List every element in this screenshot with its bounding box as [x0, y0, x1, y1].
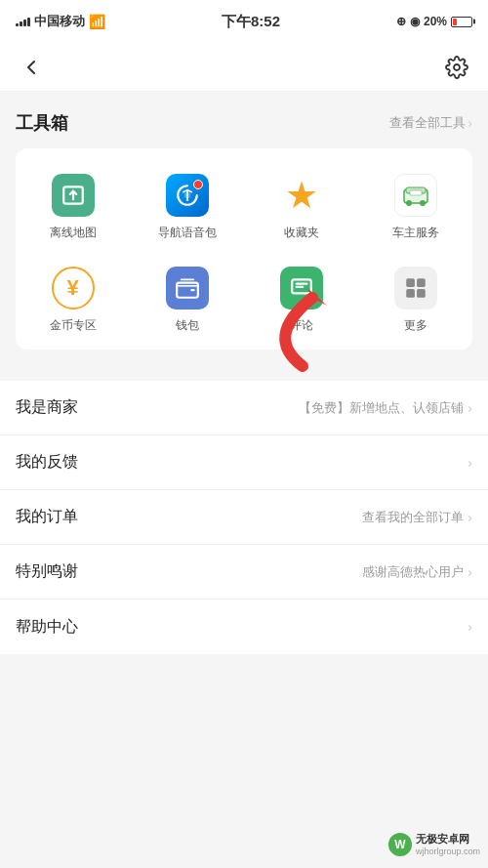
tool-offline-map[interactable]: 离线地图 [16, 164, 130, 249]
battery-label: 20% [424, 15, 447, 28]
car-service-icon [394, 174, 437, 217]
more-icon [394, 267, 437, 310]
gold-zone-icon: ¥ [52, 267, 95, 310]
help-arrow: › [468, 619, 472, 635]
tool-car-service[interactable]: 车主服务 [358, 164, 472, 249]
thanks-label: 特别鸣谢 [16, 561, 78, 582]
tool-wallet[interactable]: 钱包 [130, 257, 244, 342]
gold-zone-icon-wrap: ¥ [50, 265, 97, 311]
wallet-icon [166, 267, 209, 310]
favorites-icon-wrap: ★ [278, 172, 325, 219]
orders-label: 我的订单 [16, 507, 78, 527]
svg-point-0 [454, 64, 460, 70]
comment-icon-wrap [278, 265, 325, 311]
menu-item-merchant[interactable]: 我是商家 【免费】新增地点、认领店铺 › [0, 381, 488, 435]
svg-rect-7 [410, 190, 422, 195]
orders-right: 查看我的全部订单 › [362, 509, 472, 526]
thanks-right: 感谢高德热心用户 › [362, 563, 472, 581]
location-icon: ⊕ [396, 15, 406, 28]
car-service-icon-wrap [392, 172, 439, 219]
orders-subtext: 查看我的全部订单 [362, 509, 464, 526]
offline-map-icon [52, 174, 95, 217]
back-button[interactable] [16, 52, 47, 83]
svg-rect-11 [417, 278, 426, 287]
nav-voice-icon [166, 174, 209, 217]
tool-favorites[interactable]: ★ 收藏夹 [244, 164, 358, 249]
toolbox-header: 工具箱 查看全部工具 › [16, 111, 472, 135]
comment-label: 评论 [290, 317, 313, 334]
menu-list: 我是商家 【免费】新增地点、认领店铺 › 我的反馈 › 我的订单 查看我的全部订… [0, 381, 488, 654]
nav-voice-label: 导航语音包 [158, 225, 217, 241]
settings-button[interactable] [441, 52, 472, 83]
more-label: 更多 [404, 317, 427, 334]
battery-icon [451, 17, 472, 27]
watermark: W 无极安卓网 wjhorlgroup.com [388, 832, 480, 856]
thanks-arrow: › [468, 564, 472, 580]
toolbox-title: 工具箱 [16, 111, 68, 135]
tool-nav-voice[interactable]: 导航语音包 [130, 164, 244, 249]
toolbox-card: 离线地图 导航语音包 [16, 148, 472, 350]
svg-rect-12 [406, 289, 415, 298]
wallet-icon-wrap [164, 265, 211, 311]
offline-map-label: 离线地图 [50, 225, 97, 241]
feedback-arrow: › [468, 455, 472, 471]
main-content: 工具箱 查看全部工具 › 离线地图 [0, 92, 488, 381]
view-all-link[interactable]: 查看全部工具 › [389, 114, 472, 132]
more-icon-wrap [392, 265, 439, 311]
wallet-label: 钱包 [176, 317, 199, 334]
wifi-icon: 📶 [89, 14, 105, 29]
comment-icon [280, 267, 323, 310]
favorites-star-icon: ★ [285, 174, 318, 217]
watermark-text: 无极安卓网 wjhorlgroup.com [416, 832, 480, 856]
menu-item-feedback[interactable]: 我的反馈 › [0, 435, 488, 490]
svg-rect-10 [406, 278, 415, 287]
orders-arrow: › [468, 510, 472, 525]
status-time: 下午8:52 [222, 13, 280, 31]
svg-point-5 [406, 200, 412, 206]
merchant-label: 我是商家 [16, 397, 78, 418]
tools-grid: 离线地图 导航语音包 [16, 164, 472, 342]
carrier-label: 中国移动 [34, 13, 85, 30]
signal-icon [16, 18, 30, 26]
watermark-logo: W [388, 833, 412, 856]
tool-more[interactable]: 更多 [358, 257, 472, 342]
svg-point-2 [183, 192, 190, 199]
alarm-icon: ◉ [410, 15, 420, 28]
nav-bar [0, 43, 488, 92]
feedback-label: 我的反馈 [16, 452, 78, 473]
status-right: ⊕ ◉ 20% [396, 15, 472, 28]
nav-voice-icon-wrap [164, 172, 211, 219]
offline-map-icon-wrap [50, 172, 97, 219]
favorites-label: 收藏夹 [284, 225, 319, 241]
status-left: 中国移动 📶 [16, 13, 105, 30]
tool-gold-zone[interactable]: ¥ 金币专区 [16, 257, 130, 342]
thanks-subtext: 感谢高德热心用户 [362, 563, 464, 581]
merchant-arrow: › [468, 400, 472, 416]
menu-item-help[interactable]: 帮助中心 › [0, 599, 488, 654]
menu-item-orders[interactable]: 我的订单 查看我的全部订单 › [0, 490, 488, 545]
notification-dot [193, 180, 203, 189]
merchant-subtext: 【免费】新增地点、认领店铺 [299, 399, 464, 417]
menu-item-thanks[interactable]: 特别鸣谢 感谢高德热心用户 › [0, 545, 488, 599]
car-service-label: 车主服务 [392, 225, 439, 241]
chevron-right-icon: › [468, 115, 472, 131]
svg-point-6 [420, 200, 426, 206]
tool-comment[interactable]: 评论 [244, 257, 358, 342]
svg-rect-13 [417, 289, 426, 298]
feedback-right: › [468, 455, 472, 471]
status-bar: 中国移动 📶 下午8:52 ⊕ ◉ 20% [0, 0, 488, 43]
help-label: 帮助中心 [16, 617, 78, 638]
merchant-right: 【免费】新增地点、认领店铺 › [299, 399, 472, 417]
help-right: › [468, 619, 472, 635]
gold-zone-label: 金币专区 [50, 317, 97, 334]
